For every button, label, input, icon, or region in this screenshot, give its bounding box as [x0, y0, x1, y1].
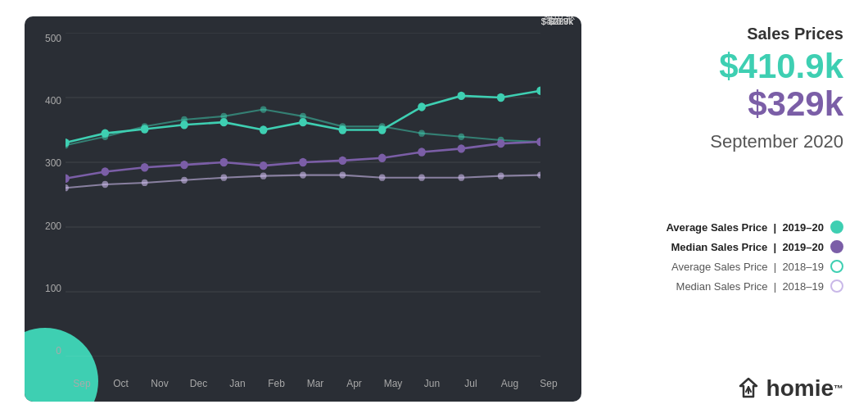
y-label-200: 200 — [33, 220, 61, 232]
homie-logo: homie™ — [735, 375, 843, 402]
svg-point-29 — [458, 175, 464, 181]
y-label-100: 100 — [33, 283, 61, 294]
legend-label-med-2019: Median Sales Price | 2018–19 — [676, 280, 824, 293]
svg-point-26 — [339, 171, 346, 178]
legend-section: Average Sales Price | 2019–20 Median Sal… — [666, 220, 843, 299]
svg-point-34 — [141, 125, 149, 133]
homie-icon — [735, 375, 762, 402]
x-label-oct: Oct — [105, 378, 138, 389]
date-label: September 2020 — [710, 131, 843, 152]
svg-point-49 — [220, 158, 228, 166]
y-label-0: 0 — [33, 345, 61, 357]
x-label-dec: Dec — [183, 378, 215, 389]
svg-point-30 — [498, 172, 504, 179]
svg-point-47 — [141, 163, 149, 171]
legend-dot-avg-2019 — [830, 260, 843, 273]
legend-item-med-2020: Median Sales Price | 2019–20 — [666, 240, 843, 253]
svg-point-55 — [458, 144, 466, 152]
svg-point-24 — [260, 172, 267, 179]
x-label-may: May — [377, 378, 409, 389]
y-label-500: 500 — [33, 33, 61, 44]
page-container: 0 100 200 300 400 500 Sep Oct Nov Dec Ja… — [0, 0, 868, 418]
svg-point-42 — [458, 92, 466, 100]
svg-point-48 — [180, 161, 188, 169]
legend-item-avg-2020: Average Sales Price | 2019–20 — [666, 220, 843, 234]
svg-point-40 — [378, 125, 387, 134]
svg-point-28 — [418, 175, 425, 181]
chart-end-labels-container: $410.9k $333.7k $329k $280k — [524, 16, 577, 402]
svg-point-39 — [339, 125, 347, 134]
x-label-nov: Nov — [143, 378, 176, 389]
svg-point-19 — [66, 184, 69, 191]
svg-point-41 — [418, 102, 426, 111]
legend-item-med-2019: Median Sales Price | 2018–19 — [666, 279, 843, 293]
legend-item-avg-2019: Average Sales Price | 2018–19 — [666, 260, 843, 273]
x-label-sep1: Sep — [66, 378, 98, 389]
homie-tm: ™ — [834, 383, 843, 394]
svg-point-56 — [497, 139, 505, 148]
svg-point-38 — [299, 118, 307, 126]
svg-point-46 — [102, 167, 110, 175]
x-label-feb: Feb — [260, 378, 293, 389]
legend-dot-med-2020 — [830, 240, 843, 253]
x-axis: Sep Oct Nov Dec Jan Feb Mar Apr May Jun … — [66, 378, 565, 389]
svg-point-53 — [378, 154, 387, 162]
chart-area: 0 100 200 300 400 500 Sep Oct Nov Dec Ja… — [25, 16, 581, 402]
y-label-400: 400 — [33, 95, 61, 107]
svg-point-15 — [418, 130, 425, 137]
legend-label-avg-2019: Average Sales Price | 2018–19 — [671, 261, 824, 273]
svg-point-50 — [260, 161, 268, 170]
median-price: $329k — [710, 85, 843, 123]
svg-point-25 — [300, 171, 306, 178]
legend-dot-med-2019 — [830, 279, 843, 293]
legend-dot-avg-2020 — [830, 220, 843, 234]
stats-section: Sales Prices $410.9k $329k September 202… — [710, 16, 843, 152]
svg-point-21 — [142, 179, 148, 186]
svg-point-22 — [181, 177, 188, 184]
svg-point-32 — [66, 139, 70, 147]
x-label-aug: Aug — [494, 378, 527, 389]
y-axis: 0 100 200 300 400 500 — [33, 33, 61, 357]
x-label-jul: Jul — [454, 378, 487, 389]
svg-point-27 — [379, 175, 386, 181]
legend-label-med-2020: Median Sales Price | 2019–20 — [671, 241, 824, 253]
svg-point-20 — [102, 181, 108, 188]
x-label-jun: Jun — [416, 378, 449, 389]
right-panel: Sales Prices $410.9k $329k September 202… — [581, 16, 843, 402]
svg-point-23 — [220, 175, 227, 181]
legend-label-avg-2020: Average Sales Price | 2019–20 — [666, 221, 824, 234]
svg-point-37 — [260, 125, 268, 134]
x-label-jan: Jan — [221, 378, 254, 389]
svg-point-33 — [102, 129, 110, 137]
svg-point-16 — [458, 134, 464, 140]
average-price: $410.9k — [710, 48, 843, 85]
x-label-mar: Mar — [299, 378, 332, 389]
svg-point-35 — [180, 120, 188, 129]
svg-point-51 — [299, 158, 307, 166]
svg-point-52 — [339, 157, 347, 165]
svg-point-11 — [260, 106, 267, 112]
svg-point-45 — [66, 175, 70, 183]
med-2019-label: $280k — [549, 16, 573, 26]
svg-point-43 — [497, 93, 505, 102]
x-label-apr: Apr — [338, 378, 371, 389]
svg-point-36 — [220, 118, 228, 126]
svg-point-54 — [418, 148, 426, 156]
homie-text: homie — [766, 375, 834, 402]
sales-prices-title: Sales Prices — [710, 25, 843, 43]
y-label-300: 300 — [33, 157, 61, 169]
chart-svg — [66, 33, 540, 357]
